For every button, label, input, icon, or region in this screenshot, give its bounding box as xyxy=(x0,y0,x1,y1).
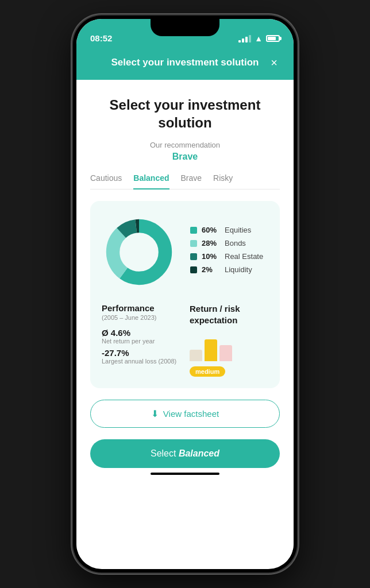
equities-label: Equities xyxy=(225,226,251,234)
battery-icon xyxy=(266,35,280,42)
signal-bars-icon xyxy=(238,35,251,42)
legend-liquidity: 2% Liquidity xyxy=(190,265,268,274)
tab-brave[interactable]: Brave xyxy=(181,173,202,189)
performance-title: Performance xyxy=(102,303,180,313)
home-indicator xyxy=(151,473,219,475)
page-title: Select your investment solution xyxy=(90,96,280,131)
factsheet-button[interactable]: ⬇ View factsheet xyxy=(90,400,280,428)
tab-bar: Cautious Balanced Brave Risky xyxy=(90,173,280,189)
status-time: 08:52 xyxy=(90,33,112,43)
performance-section: Performance (2005 – June 2023) Ø 4.6% Ne… xyxy=(102,303,180,377)
bonds-label: Bonds xyxy=(225,239,246,247)
chart-section: 60% Equities 28% Bonds 10% Real Estate xyxy=(90,201,280,388)
svg-point-4 xyxy=(121,234,157,270)
status-icons: ▲ xyxy=(238,34,280,43)
tab-balanced[interactable]: Balanced xyxy=(133,173,169,189)
main-content: Select your investment solution Our reco… xyxy=(76,80,294,564)
return-label: Net return per year xyxy=(102,338,180,345)
phone-inner: 08:52 ▲ Select your investment solution … xyxy=(76,19,294,569)
realestate-color xyxy=(190,253,197,260)
wifi-icon: ▲ xyxy=(255,34,263,43)
tab-cautious[interactable]: Cautious xyxy=(90,173,122,189)
chart-row: 60% Equities 28% Bonds 10% Real Estate xyxy=(102,215,268,289)
loss-metric: -27.7% Largest annual loss (2008) xyxy=(102,348,180,365)
liquidity-color xyxy=(190,266,197,273)
phone-frame: 08:52 ▲ Select your investment solution … xyxy=(73,16,297,572)
bonds-pct: 28% xyxy=(202,239,220,247)
loss-value: -27.7% xyxy=(102,348,180,358)
return-value: Ø 4.6% xyxy=(102,328,180,338)
tab-risky[interactable]: Risky xyxy=(213,173,233,189)
app-header: Select your investment solution × xyxy=(76,48,294,80)
realestate-label: Real Estate xyxy=(225,252,263,261)
recommendation-value: Brave xyxy=(90,152,280,162)
legend-equities: 60% Equities xyxy=(190,226,268,234)
risk-bar-low xyxy=(190,350,202,361)
performance-subtitle: (2005 – June 2023) xyxy=(102,314,180,321)
realestate-pct: 10% xyxy=(202,252,220,261)
risk-bar-high xyxy=(219,345,232,361)
risk-title: Return / risk expectation xyxy=(190,303,268,326)
equities-color xyxy=(190,227,197,234)
status-bar: 08:52 ▲ xyxy=(76,19,294,48)
stats-row: Performance (2005 – June 2023) Ø 4.6% Ne… xyxy=(102,303,268,377)
close-button[interactable]: × xyxy=(266,55,282,71)
factsheet-label: View factsheet xyxy=(163,409,219,419)
risk-section: Return / risk expectation medium xyxy=(190,303,268,377)
recommendation-label: Our recommendation xyxy=(90,141,280,149)
download-icon: ⬇ xyxy=(151,408,159,419)
recommendation-section: Our recommendation Brave xyxy=(90,141,280,162)
return-metric: Ø 4.6% Net return per year xyxy=(102,328,180,345)
legend-bonds: 28% Bonds xyxy=(190,239,268,247)
risk-bar-medium xyxy=(205,339,217,361)
risk-bars xyxy=(190,332,268,361)
bonds-color xyxy=(190,240,197,247)
chart-legend: 60% Equities 28% Bonds 10% Real Estate xyxy=(190,226,268,278)
risk-badge: medium xyxy=(190,366,225,377)
notch xyxy=(151,19,219,36)
loss-label: Largest annual loss (2008) xyxy=(102,358,180,365)
close-icon: × xyxy=(271,57,278,68)
select-balanced-button[interactable]: Select Balanced xyxy=(90,439,280,468)
liquidity-label: Liquidity xyxy=(225,265,252,274)
liquidity-pct: 2% xyxy=(202,265,220,274)
donut-chart xyxy=(102,215,176,289)
equities-pct: 60% xyxy=(202,226,220,234)
header-title: Select your investment solution xyxy=(104,57,266,68)
legend-realestate: 10% Real Estate xyxy=(190,252,268,261)
select-button-label: Select Balanced xyxy=(151,448,219,459)
